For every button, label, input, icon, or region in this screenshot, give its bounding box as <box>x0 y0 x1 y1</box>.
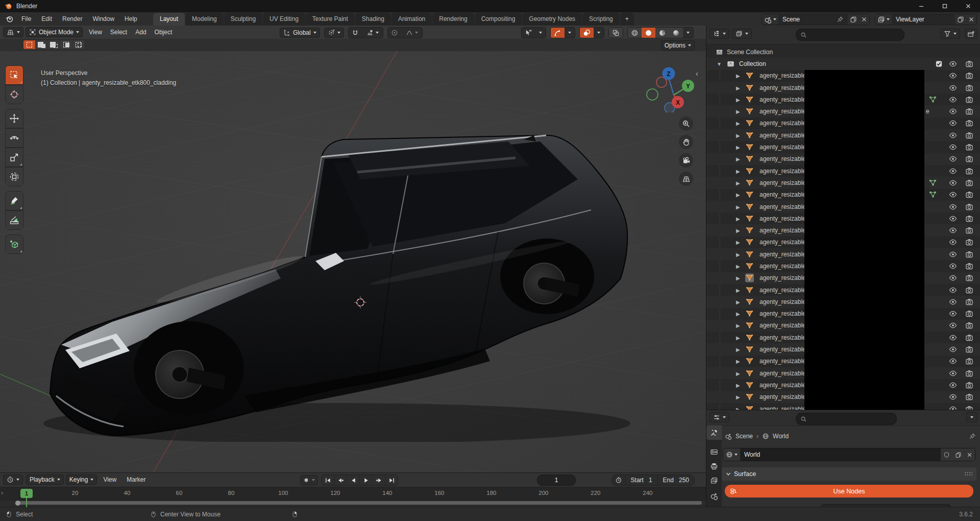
viewport-3d[interactable]: User Perspective (1) Collection | agenty… <box>0 51 706 472</box>
timeline-menu-playback[interactable]: Playback <box>26 475 64 485</box>
expand-arrow-icon[interactable]: ▶ <box>736 263 740 269</box>
tool-measure[interactable] <box>5 210 23 230</box>
end-frame-field[interactable]: End 250 <box>658 475 694 485</box>
selectability-visibility-dropdown[interactable] <box>521 27 546 38</box>
timeline-scrollbar[interactable] <box>15 501 702 505</box>
camera-render-icon[interactable] <box>965 369 973 377</box>
expand-arrow-icon[interactable]: ▶ <box>736 370 740 376</box>
eye-icon[interactable] <box>949 96 957 104</box>
eye-icon[interactable] <box>949 393 957 401</box>
camera-render-icon[interactable] <box>965 345 973 353</box>
show-gizmo-toggle[interactable] <box>551 28 565 38</box>
remove-viewlayer-button[interactable] <box>966 14 976 25</box>
eye-icon[interactable] <box>949 286 957 294</box>
eye-icon[interactable] <box>949 131 957 139</box>
camera-render-icon[interactable] <box>965 215 973 223</box>
camera-render-icon[interactable] <box>965 357 973 365</box>
tab-tool[interactable] <box>706 425 722 440</box>
camera-render-icon[interactable] <box>965 393 973 401</box>
expand-arrow-icon[interactable]: ▶ <box>736 311 740 317</box>
eye-icon[interactable] <box>949 167 957 175</box>
workspace-tab-scripting[interactable]: Scripting <box>582 13 620 26</box>
tool-rotate[interactable] <box>5 128 23 148</box>
camera-render-icon[interactable] <box>965 179 973 187</box>
workspace-tab-sculpting[interactable]: Sculpting <box>224 13 262 26</box>
expand-arrow-icon[interactable]: ▶ <box>736 240 740 245</box>
camera-render-icon[interactable] <box>965 226 973 234</box>
jump-to-start-button[interactable] <box>322 475 334 485</box>
viewport-menu-object[interactable]: Object <box>151 27 177 37</box>
tab-scene[interactable] <box>706 489 722 503</box>
new-world-button[interactable] <box>952 448 964 461</box>
workspace-tab-uv-editing[interactable]: UV Editing <box>263 13 305 26</box>
camera-render-icon[interactable] <box>965 72 973 80</box>
menu-edit[interactable]: Edit <box>36 12 57 26</box>
tab-output[interactable] <box>706 459 722 473</box>
browse-scene-button[interactable] <box>762 14 778 25</box>
eye-icon[interactable] <box>949 310 957 318</box>
transform-orientation-dropdown[interactable]: Global <box>280 28 320 38</box>
camera-render-icon[interactable] <box>965 274 973 282</box>
browse-viewlayer-button[interactable] <box>875 14 892 25</box>
eye-icon[interactable] <box>949 179 957 187</box>
camera-render-icon[interactable] <box>965 131 973 139</box>
surface-panel-header[interactable]: Surface <box>722 467 976 481</box>
eye-icon[interactable] <box>949 155 957 163</box>
viewport-menu-select[interactable]: Select <box>106 27 131 37</box>
eye-icon[interactable] <box>949 143 957 151</box>
workspace-tab-rendering[interactable]: Rendering <box>432 13 474 26</box>
panel-drag-handle[interactable] <box>964 471 972 477</box>
viewport-menu-add[interactable]: Add <box>131 27 150 37</box>
shading-material-preview-button[interactable] <box>655 28 669 38</box>
properties-search-input[interactable] <box>796 413 897 425</box>
shading-rendered-button[interactable] <box>669 28 683 38</box>
tool-transform[interactable] <box>5 167 23 186</box>
unlink-world-button[interactable] <box>964 448 975 461</box>
expand-arrow-icon[interactable]: ▶ <box>736 85 740 90</box>
tool-scale[interactable] <box>5 148 23 167</box>
camera-render-icon[interactable] <box>965 119 973 127</box>
camera-render-icon[interactable] <box>965 298 973 306</box>
eye-icon[interactable] <box>949 226 957 234</box>
jump-to-prev-keyframe-button[interactable] <box>334 475 347 485</box>
auto-keying-toggle[interactable] <box>300 475 318 485</box>
scene-name-field[interactable]: Scene <box>778 14 848 25</box>
eye-icon[interactable] <box>949 72 957 80</box>
eye-icon[interactable] <box>949 381 957 389</box>
tool-annotate[interactable] <box>5 191 23 210</box>
viewlayer-name-field[interactable]: ViewLayer <box>892 14 955 25</box>
eye-icon[interactable] <box>949 238 957 246</box>
eye-icon[interactable] <box>949 357 957 365</box>
new-collection-button[interactable] <box>965 29 977 39</box>
expand-arrow-icon[interactable]: ▶ <box>736 180 740 185</box>
expand-arrow-icon[interactable]: ▶ <box>736 121 740 126</box>
select-invert-button[interactable] <box>60 40 72 49</box>
camera-render-icon[interactable] <box>965 84 973 92</box>
tab-view-layer[interactable] <box>706 473 722 488</box>
pivot-point-dropdown[interactable] <box>324 28 344 38</box>
eye-icon[interactable] <box>949 84 957 92</box>
editor-type-button[interactable] <box>3 27 23 37</box>
world-name-field[interactable]: World <box>740 448 941 461</box>
current-frame-field[interactable]: 1 <box>537 475 576 486</box>
camera-render-icon[interactable] <box>965 250 973 258</box>
workspace-tab-animation[interactable]: Animation <box>391 13 432 26</box>
shading-dropdown[interactable] <box>683 28 693 38</box>
expand-arrow-icon[interactable]: ▶ <box>736 359 740 364</box>
new-viewlayer-button[interactable] <box>955 14 966 25</box>
tool-add-cube[interactable] <box>5 234 23 254</box>
camera-render-icon[interactable] <box>965 321 973 329</box>
tool-move[interactable] <box>5 109 23 128</box>
proportional-editing-toggle[interactable] <box>388 28 402 38</box>
blender-menu-icon[interactable] <box>5 15 13 23</box>
eye-icon[interactable] <box>949 215 957 223</box>
tab-render[interactable] <box>706 445 722 459</box>
car-model[interactable] <box>36 110 638 442</box>
fake-user-button[interactable] <box>941 448 952 461</box>
workspace-tab-compositing[interactable]: Compositing <box>475 13 522 26</box>
snap-with-dropdown[interactable] <box>362 28 383 38</box>
camera-render-icon[interactable] <box>965 107 973 115</box>
expand-arrow-icon[interactable]: ▶ <box>736 73 740 79</box>
camera-render-icon[interactable] <box>965 334 973 342</box>
overlays-dropdown[interactable] <box>594 28 604 38</box>
